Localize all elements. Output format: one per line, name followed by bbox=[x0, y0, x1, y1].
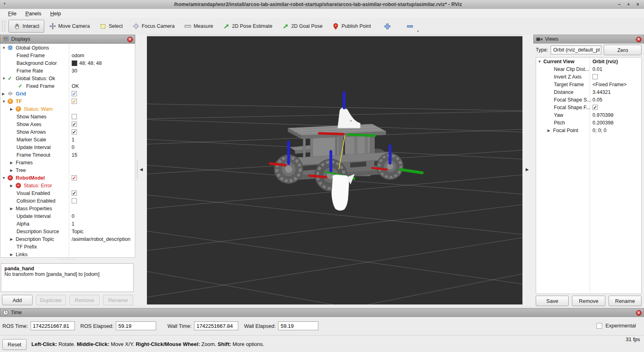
property-value[interactable]: 0; 0; 0 bbox=[590, 126, 607, 134]
property-value[interactable]: OK bbox=[69, 82, 79, 90]
property-value[interactable]: 0.970398 bbox=[590, 111, 613, 119]
property-value[interactable]: /asimilar/robot_description bbox=[69, 235, 130, 243]
collapse-arrow-icon[interactable]: ▼ bbox=[2, 77, 8, 81]
tree-row-robotmodel[interactable]: ▼–RobotModel✓ bbox=[0, 174, 135, 182]
duplicate-button[interactable]: Duplicate bbox=[36, 295, 66, 305]
tree-row-pitch[interactable]: Pitch0.200398 bbox=[536, 119, 641, 126]
property-value[interactable]: ✓ bbox=[69, 128, 77, 136]
collapse-left-icon[interactable]: ◀ bbox=[140, 167, 143, 172]
tree-row-tf[interactable]: ▼!TF✓ bbox=[0, 97, 135, 105]
property-value[interactable]: <Fixed Frame> bbox=[590, 81, 627, 88]
time-close-icon[interactable]: × bbox=[636, 310, 642, 316]
add-tool-button[interactable] bbox=[379, 20, 396, 33]
property-value[interactable] bbox=[69, 105, 72, 113]
ros-time-input[interactable] bbox=[31, 321, 75, 330]
tree-row-marker-scale[interactable]: Marker Scale1 bbox=[0, 136, 135, 143]
tree-row-frame-rate[interactable]: Frame Rate30 bbox=[0, 67, 135, 75]
expand-arrow-icon[interactable]: ▶ bbox=[10, 161, 16, 165]
tree-row-current-view[interactable]: ▼Current ViewOrbit (rviz) bbox=[536, 58, 641, 65]
tree-row-update-interval[interactable]: Update Interval0 bbox=[0, 143, 135, 151]
displays-close-icon[interactable]: × bbox=[127, 37, 133, 42]
property-value[interactable] bbox=[69, 166, 72, 174]
tree-row-grid[interactable]: ▶Grid✓ bbox=[0, 90, 135, 97]
property-value[interactable]: ✓ bbox=[69, 120, 77, 128]
expand-arrow-icon[interactable]: ▶ bbox=[10, 107, 16, 111]
3d-viewport[interactable] bbox=[147, 36, 522, 304]
property-value[interactable]: ✓ bbox=[69, 174, 77, 182]
tool-2d-goal-pose[interactable]: 2D Goal Pose bbox=[277, 20, 328, 33]
checkbox[interactable]: ✓ bbox=[592, 105, 598, 110]
tree-row-show-axes[interactable]: Show Axes✓ bbox=[0, 120, 135, 128]
remove-button[interactable]: Remove bbox=[69, 295, 100, 305]
tree-row-status-warn[interactable]: ▶!Status: Warn bbox=[0, 105, 135, 113]
tree-row-yaw[interactable]: Yaw0.970398 bbox=[536, 111, 641, 119]
wall-time-input[interactable] bbox=[194, 321, 238, 330]
expand-arrow-icon[interactable]: ▶ bbox=[10, 184, 16, 188]
expand-arrow-icon[interactable]: ▶ bbox=[2, 92, 8, 96]
checkbox[interactable]: ✓ bbox=[72, 190, 77, 196]
view-type-dropdown[interactable]: Orbit (rviz_default_pl ▾ bbox=[551, 46, 601, 54]
property-value[interactable]: 0 bbox=[69, 212, 74, 220]
expand-arrow-icon[interactable]: ▶ bbox=[10, 168, 16, 172]
wall-elapsed-input[interactable] bbox=[278, 321, 318, 330]
maximize-button[interactable]: + bbox=[627, 2, 630, 7]
tree-row-focal-shape-s[interactable]: Focal Shape S...0.05 bbox=[536, 96, 641, 104]
tree-row-description-source[interactable]: Description SourceTopic bbox=[0, 228, 135, 235]
tree-row-frame-timeout[interactable]: Frame Timeout15 bbox=[0, 151, 135, 159]
close-button[interactable]: × bbox=[636, 2, 639, 7]
property-value[interactable]: 0.05 bbox=[590, 96, 602, 104]
collapse-arrow-icon[interactable]: ▼ bbox=[2, 46, 8, 50]
toolbar-overflow-icon[interactable]: ▾ bbox=[417, 29, 419, 33]
tree-row-collision-enabled[interactable]: Collision Enabled bbox=[0, 197, 135, 205]
tree-row-background-color[interactable]: Background Color48; 48; 48 bbox=[0, 59, 135, 67]
menu-panels[interactable]: Panels bbox=[21, 10, 45, 17]
collapse-arrow-icon[interactable]: ▼ bbox=[2, 176, 8, 180]
expand-arrow-icon[interactable]: ▶ bbox=[547, 128, 553, 133]
checkbox[interactable]: ✓ bbox=[72, 91, 77, 96]
tree-row-tree[interactable]: ▶Tree bbox=[0, 166, 135, 174]
tool-2d-pose-estimate[interactable]: 2D Pose Estimate bbox=[218, 20, 277, 33]
collapse-right-icon[interactable]: ▶ bbox=[526, 167, 529, 172]
tree-row-invert-z-axis[interactable]: Invert Z Axis bbox=[536, 73, 641, 81]
property-value[interactable]: 1 bbox=[69, 220, 74, 228]
gutter-handle[interactable] bbox=[137, 160, 138, 179]
time-panel-header[interactable]: Time × bbox=[0, 308, 644, 317]
menu-file[interactable]: File bbox=[4, 10, 21, 17]
experimental-checkbox[interactable] bbox=[597, 323, 602, 329]
checkbox[interactable] bbox=[592, 74, 598, 79]
property-value[interactable]: 3.44321 bbox=[590, 88, 611, 96]
tree-row-show-arrows[interactable]: Show Arrows✓ bbox=[0, 128, 135, 136]
tree-row-near-clip-dist[interactable]: Near Clip Dist...0.01 bbox=[536, 65, 641, 73]
property-value[interactable]: ✓ bbox=[69, 97, 77, 105]
tree-row-focal-shape-f[interactable]: Focal Shape F...✓ bbox=[536, 104, 641, 111]
tree-row-visual-enabled[interactable]: Visual Enabled✓ bbox=[0, 189, 135, 197]
save-view-button[interactable]: Save bbox=[536, 296, 569, 306]
expand-arrow-icon[interactable]: ▶ bbox=[10, 237, 16, 241]
toolbar-drag-handle[interactable] bbox=[2, 21, 5, 31]
property-value[interactable] bbox=[69, 159, 72, 166]
rename-view-button[interactable]: Rename bbox=[609, 296, 642, 306]
property-value[interactable] bbox=[69, 243, 72, 251]
remove-view-button[interactable]: Remove bbox=[572, 296, 605, 306]
remove-tool-button[interactable]: ▾ bbox=[401, 20, 418, 33]
collapse-arrow-icon[interactable]: ▼ bbox=[538, 60, 543, 64]
property-value[interactable] bbox=[69, 44, 72, 52]
property-value[interactable]: 0.01 bbox=[590, 65, 602, 73]
property-value[interactable] bbox=[69, 113, 77, 120]
property-value[interactable]: ✓ bbox=[590, 104, 598, 111]
tree-row-alpha[interactable]: Alpha1 bbox=[0, 220, 135, 228]
property-value[interactable]: 0 bbox=[69, 143, 74, 151]
add-button[interactable]: Add bbox=[2, 295, 33, 305]
tree-row-tf-prefix[interactable]: TF Prefix bbox=[0, 243, 135, 251]
tree-row-description-topic[interactable]: ▶Description Topic/asimilar/robot_descri… bbox=[0, 235, 135, 243]
property-value[interactable]: 15 bbox=[69, 151, 77, 159]
property-value[interactable]: Topic bbox=[69, 228, 83, 235]
property-value[interactable]: ✓ bbox=[69, 90, 77, 97]
checkbox[interactable] bbox=[72, 114, 77, 119]
tool-measure[interactable]: Measure bbox=[180, 20, 218, 33]
property-value[interactable] bbox=[69, 197, 77, 205]
property-value[interactable] bbox=[590, 73, 598, 81]
tree-row-target-frame[interactable]: Target Frame<Fixed Frame> bbox=[536, 81, 641, 88]
tree-row-frames[interactable]: ▶Frames bbox=[0, 159, 135, 166]
checkbox[interactable]: ✓ bbox=[72, 99, 77, 104]
